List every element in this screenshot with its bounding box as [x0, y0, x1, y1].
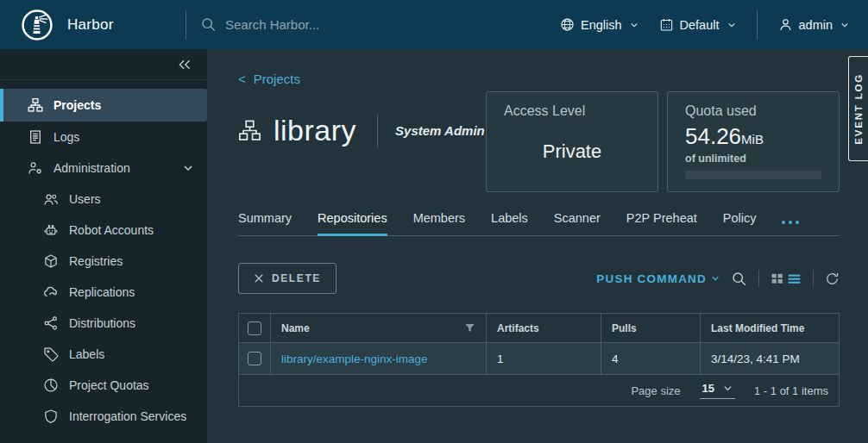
sidebar-item-label: Replications: [69, 285, 135, 299]
language-menu[interactable]: English: [560, 17, 638, 32]
title-divider: [377, 115, 378, 147]
header-divider: [186, 10, 186, 40]
robot-icon: [43, 222, 59, 238]
sidebar-item-logs[interactable]: Logs: [0, 122, 207, 153]
pie-chart-icon: [43, 377, 59, 393]
event-log-tab[interactable]: EVENT LOG: [848, 56, 868, 161]
quota-unit: MiB: [741, 132, 764, 147]
delete-button[interactable]: DELETE: [238, 263, 337, 294]
sidebar-item-label: Registries: [69, 254, 123, 268]
select-all-checkbox[interactable]: [248, 321, 261, 335]
sidebar-item-users[interactable]: Users: [0, 184, 207, 215]
administration-submenu: Users Robot Accounts Registries: [0, 184, 207, 432]
quota-value: 54.26: [685, 123, 741, 149]
tab-policy[interactable]: Policy: [723, 211, 757, 236]
push-command-label: PUSH COMMAND: [596, 272, 707, 285]
sidebar-item-label: Interrogation Services: [69, 409, 186, 423]
tab-repositories[interactable]: Repositories: [318, 211, 387, 236]
sidebar-item-robot-accounts[interactable]: Robot Accounts: [0, 215, 207, 246]
tab-labels[interactable]: Labels: [491, 211, 528, 236]
access-level-title: Access Level: [504, 103, 640, 119]
sidebar-item-labels[interactable]: Labels: [0, 339, 207, 370]
chevron-down-icon: [723, 384, 733, 393]
breadcrumb[interactable]: < Projects: [238, 72, 300, 86]
quota-progress-bar: [685, 171, 821, 179]
users-icon: [43, 191, 59, 207]
quota-value-line: 54.26MiB: [685, 123, 821, 150]
sidebar-item-interrogation-services[interactable]: Interrogation Services: [0, 401, 207, 432]
table-header-row: Name Artifacts Pulls Last Modified Time: [239, 314, 839, 343]
column-header-label: Pulls: [612, 322, 637, 334]
sidebar-item-label: Users: [69, 192, 101, 206]
column-header-label: Name: [281, 322, 310, 334]
column-header-label: Last Modified Time: [711, 322, 804, 334]
header-actions: English Default admin: [560, 10, 868, 40]
access-level-value: Private: [504, 140, 640, 163]
breadcrumb-label: Projects: [254, 72, 300, 86]
column-header-name: Name: [270, 314, 486, 342]
tab-scanner[interactable]: Scanner: [554, 211, 601, 236]
tabs-overflow-ellipsis-icon[interactable]: [782, 221, 799, 236]
page-size-label: Page size: [631, 384, 680, 397]
app-title: Harbor: [67, 16, 114, 34]
column-header-label: Artifacts: [497, 322, 539, 334]
main-content: < Projects library System Admin Access L…: [207, 49, 868, 443]
user-label: admin: [799, 18, 833, 32]
card-view-icon[interactable]: [771, 271, 784, 285]
filter-funnel-icon[interactable]: [464, 322, 475, 334]
tab-summary[interactable]: Summary: [238, 211, 292, 236]
language-label: English: [581, 18, 622, 32]
repository-link[interactable]: library/example-nginx-image: [281, 353, 428, 365]
calendar-icon: [659, 17, 674, 32]
last-modified-cell: 3/14/23, 4:41 PM: [700, 343, 839, 374]
datetime-format-label: Default: [680, 18, 720, 32]
sidebar-nav: Projects Logs Administration: [0, 49, 207, 443]
chevron-down-icon: [630, 21, 638, 29]
summary-cards: Access Level Private Quota used 54.26MiB…: [486, 91, 840, 192]
datetime-format-menu[interactable]: Default: [659, 17, 736, 32]
sidebar-item-label: Labels: [69, 347, 104, 361]
push-command-dropdown[interactable]: PUSH COMMAND: [596, 272, 720, 285]
sidebar-item-label: Administration: [53, 161, 130, 175]
row-checkbox[interactable]: [248, 352, 261, 365]
project-header: library System Admin Access Level Privat…: [238, 91, 840, 192]
column-header-pulls: Pulls: [601, 314, 700, 342]
toolbar-actions: PUSH COMMAND: [596, 270, 840, 287]
sidebar-item-projects[interactable]: Projects: [0, 89, 207, 122]
delete-button-label: DELETE: [272, 272, 321, 284]
search-icon: [200, 16, 217, 33]
page-size-value: 15: [702, 382, 714, 395]
cube-icon: [43, 253, 59, 269]
global-search: [200, 16, 458, 33]
top-header-bar: Harbor English Defaul: [0, 0, 868, 49]
sidebar-item-replications[interactable]: Replications: [0, 277, 207, 308]
collapse-sidebar-icon[interactable]: [174, 55, 195, 74]
access-level-card: Access Level Private: [486, 91, 658, 192]
table-footer: Page size 15 1 - 1 of 1 items: [239, 375, 839, 406]
sidebar-item-administration[interactable]: Administration: [0, 153, 207, 184]
tab-members[interactable]: Members: [413, 211, 465, 236]
sidebar-item-label: Logs: [53, 130, 79, 144]
admin-user-gear-icon: [28, 160, 43, 176]
refresh-icon[interactable]: [825, 271, 840, 286]
sidebar-item-project-quotas[interactable]: Project Quotas: [0, 370, 207, 401]
repositories-toolbar: DELETE PUSH COMMAND: [238, 263, 840, 294]
event-log-label: EVENT LOG: [853, 73, 864, 145]
list-view-icon[interactable]: [787, 271, 802, 286]
pagination-range: 1 - 1 of 1 items: [754, 384, 828, 397]
search-input[interactable]: [225, 17, 458, 32]
quota-title: Quota used: [685, 103, 821, 119]
sidebar-item-registries[interactable]: Registries: [0, 246, 207, 277]
view-mode-toggle: [771, 271, 802, 286]
page-size-select[interactable]: 15: [700, 382, 735, 399]
user-menu[interactable]: admin: [778, 17, 850, 32]
column-header-last-modified: Last Modified Time: [700, 314, 839, 342]
sidebar-item-distributions[interactable]: Distributions: [0, 308, 207, 339]
sidebar-collapse-row: [0, 49, 207, 80]
pulls-cell: 4: [601, 343, 700, 374]
project-role-badge: System Admin: [395, 123, 485, 138]
search-repositories-icon[interactable]: [731, 271, 747, 287]
toolbar-divider: [758, 270, 759, 287]
tab-p2p-preheat[interactable]: P2P Preheat: [626, 211, 697, 236]
harbor-lighthouse-logo-icon: [21, 9, 53, 41]
